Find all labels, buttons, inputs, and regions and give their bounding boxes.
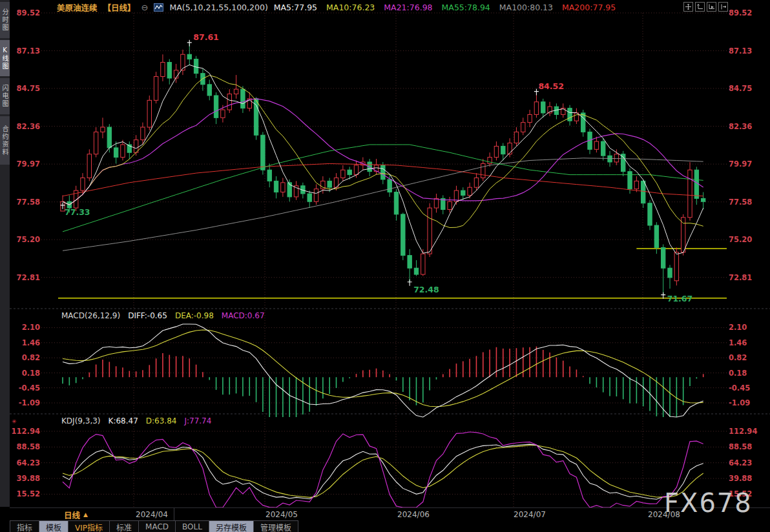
macd-dea-line bbox=[63, 330, 703, 407]
kdj-j-line bbox=[63, 432, 703, 507]
candle-body bbox=[314, 189, 318, 202]
period-tag: 【日线】 bbox=[103, 1, 136, 14]
watermark: FX678 bbox=[664, 488, 753, 518]
tab-3[interactable]: VIP指标 bbox=[68, 521, 110, 532]
candle-body bbox=[594, 141, 598, 149]
sidebar-item-3[interactable]: 闪电图 bbox=[0, 78, 10, 114]
sidebar: 分时图K线图闪电图合约资料 bbox=[0, 0, 10, 507]
candle-body bbox=[568, 108, 572, 121]
candle-body bbox=[654, 225, 658, 247]
tab-8[interactable]: 管理模板 bbox=[254, 521, 298, 532]
candle-body bbox=[394, 192, 398, 214]
candle-body bbox=[234, 89, 238, 94]
ma-params-label: MA(5,10,21,55,100,200) bbox=[169, 3, 267, 12]
period-arrow-icon: ▲ bbox=[83, 511, 88, 518]
candle-body bbox=[628, 172, 632, 189]
candle-body bbox=[161, 62, 165, 76]
candle-body bbox=[528, 114, 532, 122]
extreme-cross-marker bbox=[187, 40, 192, 46]
tab-4[interactable]: 标准 bbox=[110, 521, 139, 532]
y-axis-scale-icon[interactable] bbox=[695, 2, 705, 12]
x-axis-row: 日线 ▲ 2024/042024/052024/062024/072024/08 bbox=[10, 507, 770, 521]
candle-body bbox=[481, 163, 485, 178]
ma21-line bbox=[63, 99, 703, 205]
candle-body bbox=[94, 132, 98, 154]
candle-body bbox=[241, 89, 245, 108]
tab-7[interactable]: 另存模板 bbox=[209, 521, 254, 532]
candle-body bbox=[541, 102, 545, 113]
chart-app: 分时图K线图闪电图合约资料 美原油连续 【日线】 ⊖ MA(5,10,21,55… bbox=[0, 0, 770, 532]
axis-shift-icon[interactable] bbox=[718, 2, 728, 12]
chart-header: 美原油连续 【日线】 ⊖ MA(5,10,21,55,100,200) MA5:… bbox=[57, 2, 616, 13]
extreme-cross-marker bbox=[534, 89, 539, 96]
candle-body bbox=[87, 154, 91, 178]
ma-readout: MA21:76.98 bbox=[384, 3, 432, 12]
candle-body bbox=[674, 252, 678, 281]
indicator-marker-icon[interactable]: ✳ bbox=[12, 418, 17, 425]
tab-1[interactable]: 指标 bbox=[10, 521, 39, 532]
sidebar-item-4[interactable]: 合约资料 bbox=[0, 116, 10, 165]
kdj-name-label: KDJ(9,3,3) bbox=[61, 416, 101, 425]
extreme-cross-marker bbox=[408, 280, 412, 286]
candle-body bbox=[514, 132, 518, 143]
x-axis-label: 2024/05 bbox=[265, 510, 298, 519]
collapse-icon[interactable]: ⊖ bbox=[141, 3, 149, 12]
ma-readout: MA200:77.95 bbox=[562, 3, 616, 12]
macd-name-label: MACD(26,12,9) bbox=[61, 311, 120, 320]
tab-6[interactable]: BOLL bbox=[176, 521, 209, 532]
candle-body bbox=[354, 165, 358, 175]
sidebar-item-1[interactable]: 分时图 bbox=[0, 2, 10, 38]
symbol-title: 美原油连续 bbox=[57, 1, 98, 14]
candle-body bbox=[688, 170, 692, 218]
x-axis-label: 2024/07 bbox=[514, 510, 546, 519]
ma10-line bbox=[63, 76, 703, 228]
candle-body bbox=[641, 181, 645, 203]
candle-body bbox=[428, 208, 432, 254]
macd-macd-value: MACD:0.67 bbox=[222, 311, 265, 320]
candle-body bbox=[601, 141, 605, 156]
candle-body bbox=[401, 214, 405, 256]
candle-body bbox=[274, 181, 278, 192]
candle-body bbox=[634, 181, 638, 189]
ma-readout: MA100:80.13 bbox=[499, 3, 553, 12]
macd-diff-value: DIFF:-0.65 bbox=[128, 311, 167, 320]
candle-body bbox=[187, 54, 191, 59]
candle-body bbox=[414, 268, 418, 274]
candle-body bbox=[281, 183, 285, 192]
candle-body bbox=[381, 165, 385, 179]
candle-body bbox=[648, 203, 652, 225]
x-axis-label: 2024/04 bbox=[136, 510, 168, 519]
candle-body bbox=[121, 145, 125, 158]
price-chart-canvas[interactable] bbox=[0, 0, 770, 532]
chart-toolbar bbox=[683, 2, 728, 12]
candle-body bbox=[434, 198, 438, 208]
candle-body bbox=[141, 127, 145, 140]
candle-body bbox=[114, 148, 118, 158]
candle-body bbox=[154, 77, 158, 101]
sidebar-item-2[interactable]: K线图 bbox=[0, 40, 10, 76]
period-label: 日线 bbox=[64, 509, 80, 521]
pan-icon[interactable] bbox=[683, 2, 693, 12]
candle-body bbox=[227, 94, 231, 110]
candle-body bbox=[307, 194, 311, 201]
x-axis-scale-icon[interactable] bbox=[707, 2, 716, 12]
tab-5[interactable]: MACD bbox=[139, 521, 176, 532]
candle-body bbox=[614, 154, 618, 162]
candle-body bbox=[101, 127, 105, 132]
candle-body bbox=[501, 146, 505, 154]
candle-body bbox=[421, 254, 425, 274]
tab-2[interactable]: 模板 bbox=[39, 521, 68, 532]
candle-body bbox=[328, 181, 331, 187]
candle-body bbox=[494, 146, 498, 157]
candle-body bbox=[468, 187, 472, 195]
kdj-j-value: J:77.74 bbox=[184, 416, 211, 425]
candle-body bbox=[461, 190, 465, 195]
candle-body bbox=[147, 100, 151, 127]
candle-body bbox=[348, 170, 351, 174]
candle-body bbox=[267, 170, 271, 181]
candle-body bbox=[701, 198, 705, 201]
indicator-chart-icon[interactable] bbox=[154, 3, 163, 12]
ma-readout: MA55:78.94 bbox=[442, 3, 490, 12]
candle-body bbox=[388, 179, 391, 192]
candle-body bbox=[214, 96, 218, 118]
